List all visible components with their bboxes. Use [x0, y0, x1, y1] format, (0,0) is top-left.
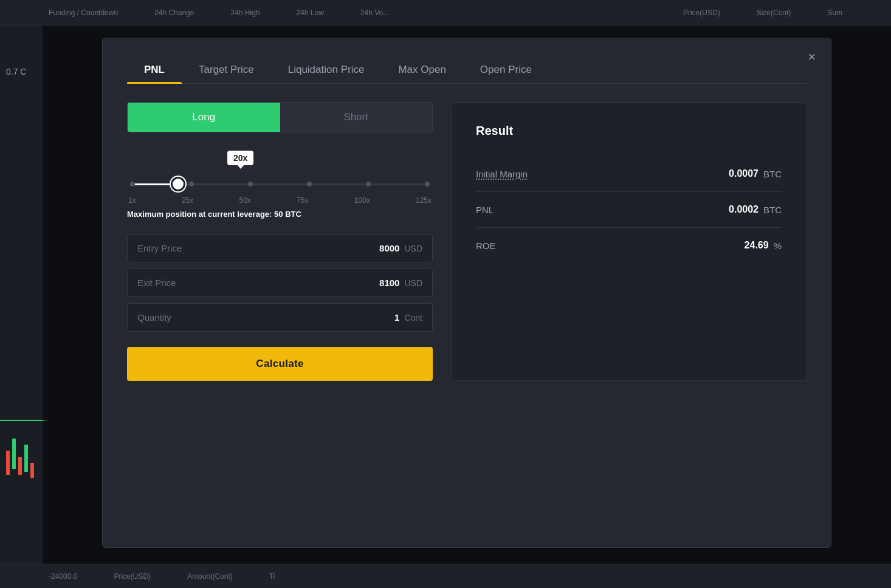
- top-bar-right-item: Size(Cont): [757, 9, 791, 17]
- roe-unit: %: [774, 241, 782, 251]
- result-row-initial-margin: Initial Margin 0.0007 BTC: [476, 156, 782, 192]
- tab-liquidation-price[interactable]: Liquidation Price: [271, 56, 382, 83]
- slider-dot: [248, 182, 253, 186]
- close-button[interactable]: ×: [808, 50, 816, 64]
- bottom-bar-item: -24000.0: [49, 572, 77, 581]
- max-position-text: Maximum position at current leverage: 50…: [127, 210, 433, 219]
- tab-pnl[interactable]: PNL: [127, 56, 182, 83]
- initial-margin-value-group: 0.0007 BTC: [729, 168, 782, 179]
- modal-body: Long Short 20x: [127, 102, 807, 381]
- slider-dot: [366, 182, 371, 186]
- entry-price-label: Entry Price: [137, 243, 182, 253]
- input-group: Entry Price 8000 USD Exit Price 8100 USD: [127, 234, 433, 332]
- slider-dot: [425, 182, 430, 186]
- quantity-unit: Cont: [404, 313, 422, 323]
- short-button[interactable]: Short: [280, 103, 433, 132]
- entry-price-value-group: 8000 USD: [379, 243, 422, 253]
- initial-margin-label: Initial Margin: [476, 169, 528, 179]
- tick-25x: 25x: [182, 196, 193, 205]
- calculate-button[interactable]: Calculate: [127, 347, 433, 381]
- leverage-area: 20x: [127, 151, 433, 219]
- svg-rect-2: [12, 439, 16, 469]
- roe-value-group: 24.69 %: [745, 240, 782, 251]
- calculator-modal: × PNL Target Price Liquidation Price Max…: [102, 38, 831, 548]
- quantity-value: 1: [394, 312, 399, 323]
- top-bar-item: 24h Change: [154, 9, 194, 17]
- slider-dot: [307, 182, 312, 186]
- initial-margin-value: 0.0007: [729, 168, 759, 179]
- modal-overlay: × PNL Target Price Liquidation Price Max…: [43, 26, 891, 564]
- result-row-roe: ROE 24.69 %: [476, 228, 782, 263]
- max-position-unit: BTC: [285, 210, 301, 219]
- tab-max-open[interactable]: Max Open: [381, 56, 463, 83]
- left-price-indicator: 0.7 C: [6, 67, 26, 77]
- result-title: Result: [476, 124, 782, 138]
- long-button[interactable]: Long: [128, 103, 280, 132]
- bottom-bar-item: Price(USD): [114, 572, 151, 581]
- slider-dot: [130, 182, 135, 186]
- exit-price-field[interactable]: Exit Price 8100 USD: [127, 268, 433, 297]
- tick-75x: 75x: [297, 196, 308, 205]
- entry-price-field[interactable]: Entry Price 8000 USD: [127, 234, 433, 262]
- initial-margin-unit: BTC: [763, 169, 782, 179]
- tick-1x: 1x: [128, 196, 136, 205]
- svg-rect-4: [24, 445, 28, 472]
- chart-svg: [0, 26, 46, 560]
- exit-price-value-group: 8100 USD: [379, 278, 422, 288]
- svg-rect-1: [6, 451, 10, 475]
- tick-50x: 50x: [239, 196, 251, 205]
- top-bar-item: Funding / Countdown: [49, 9, 118, 17]
- tick-125x: 125x: [416, 196, 432, 205]
- top-bar-right-item: Sum: [827, 9, 842, 17]
- slider-ticks: 1x 25x 50x 75x 100x 125x: [127, 196, 433, 205]
- quantity-label: Quantity: [137, 312, 171, 323]
- slider-thumb[interactable]: [171, 177, 185, 191]
- bottom-bar-item: Amount(Cont): [187, 572, 233, 581]
- bottom-bar: -24000.0 Price(USD) Amount(Cont) Ti: [0, 564, 891, 588]
- exit-price-unit: USD: [404, 278, 422, 288]
- tick-100x: 100x: [354, 196, 370, 205]
- entry-price-unit: USD: [404, 244, 422, 253]
- long-short-toggle: Long Short: [127, 102, 433, 132]
- top-bar: Funding / Countdown 24h Change 24h High …: [0, 0, 891, 26]
- tab-open-price[interactable]: Open Price: [463, 56, 549, 83]
- pnl-label: PNL: [476, 205, 494, 215]
- top-bar-right-item: Price(USD): [683, 9, 720, 17]
- top-bar-item: 24h Low: [297, 9, 324, 17]
- result-panel: Result Initial Margin 0.0007 BTC PNL 0.0…: [451, 102, 807, 381]
- roe-value: 24.69: [745, 240, 769, 251]
- exit-price-value: 8100: [379, 278, 399, 288]
- top-bar-item: 24h Vo...: [360, 9, 389, 17]
- svg-rect-5: [30, 463, 34, 478]
- tab-target-price[interactable]: Target Price: [182, 56, 271, 83]
- tab-navigation: PNL Target Price Liquidation Price Max O…: [127, 56, 807, 84]
- exit-price-label: Exit Price: [137, 278, 176, 288]
- entry-price-value: 8000: [379, 243, 399, 253]
- pnl-value: 0.0002: [729, 204, 759, 215]
- leverage-label: 20x: [227, 151, 253, 165]
- svg-rect-3: [18, 457, 22, 475]
- slider-dot: [189, 182, 194, 186]
- pnl-unit: BTC: [763, 205, 782, 215]
- result-row-pnl: PNL 0.0002 BTC: [476, 192, 782, 228]
- quantity-value-group: 1 Cont: [394, 312, 422, 323]
- left-panel: Long Short 20x: [127, 102, 433, 381]
- roe-label: ROE: [476, 241, 496, 251]
- top-bar-item: 24h High: [230, 9, 260, 17]
- max-position-value: 50: [274, 210, 283, 219]
- bottom-bar-item: Ti: [269, 572, 275, 581]
- leverage-slider[interactable]: [130, 178, 430, 190]
- quantity-field[interactable]: Quantity 1 Cont: [127, 303, 433, 332]
- pnl-value-group: 0.0002 BTC: [729, 204, 782, 215]
